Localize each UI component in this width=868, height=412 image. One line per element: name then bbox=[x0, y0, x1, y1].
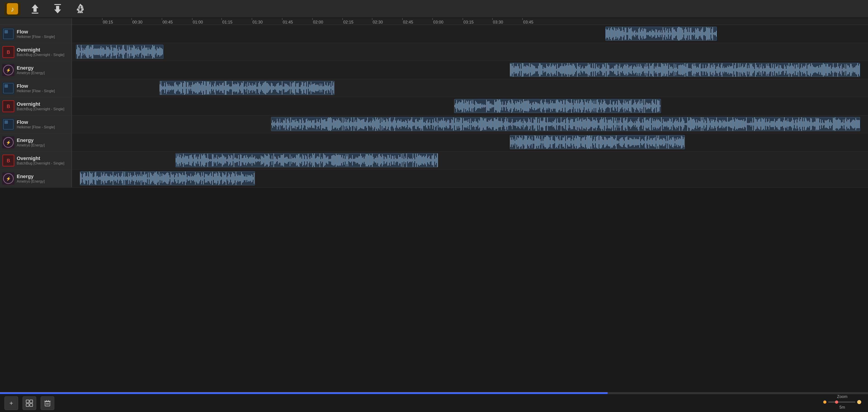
svg-rect-411 bbox=[672, 67, 673, 72]
track-content[interactable] bbox=[72, 61, 868, 79]
svg-rect-2349 bbox=[222, 172, 223, 184]
track-content[interactable] bbox=[72, 97, 868, 115]
svg-rect-1085 bbox=[304, 123, 305, 125]
track-content[interactable] bbox=[72, 151, 868, 169]
svg-rect-1442 bbox=[627, 117, 627, 131]
svg-rect-1602 bbox=[772, 121, 772, 127]
svg-rect-2004 bbox=[271, 159, 271, 161]
svg-rect-1908 bbox=[184, 157, 184, 163]
svg-rect-615 bbox=[857, 65, 857, 74]
svg-rect-1173 bbox=[383, 120, 384, 128]
audio-clip[interactable] bbox=[271, 117, 860, 131]
zoom-handle[interactable] bbox=[835, 401, 838, 404]
track-content[interactable] bbox=[72, 25, 868, 43]
svg-rect-1392 bbox=[582, 122, 582, 127]
audio-clip[interactable] bbox=[510, 63, 860, 77]
svg-rect-1617 bbox=[785, 121, 785, 127]
svg-rect-795 bbox=[316, 85, 317, 91]
audio-clip[interactable] bbox=[80, 171, 255, 185]
svg-rect-2099 bbox=[357, 158, 357, 163]
svg-rect-2135 bbox=[389, 158, 390, 163]
svg-rect-2320 bbox=[196, 175, 196, 182]
svg-rect-341 bbox=[609, 65, 609, 74]
svg-rect-1859 bbox=[651, 138, 652, 146]
audio-clip[interactable] bbox=[454, 99, 661, 113]
svg-rect-324 bbox=[593, 68, 594, 71]
svg-rect-114 bbox=[703, 27, 703, 40]
svg-rect-1667 bbox=[830, 120, 831, 128]
track-content[interactable] bbox=[72, 43, 868, 61]
svg-rect-1396 bbox=[585, 119, 586, 129]
zoom-track[interactable] bbox=[828, 402, 855, 403]
svg-rect-414 bbox=[675, 68, 675, 72]
audio-clip[interactable] bbox=[159, 81, 335, 95]
svg-rect-1456 bbox=[640, 121, 640, 127]
svg-rect-1592 bbox=[763, 119, 763, 130]
audio-clip[interactable] bbox=[510, 135, 685, 149]
svg-rect-2211 bbox=[97, 176, 98, 181]
svg-rect-897 bbox=[526, 101, 526, 112]
svg-rect-1304 bbox=[502, 121, 502, 127]
svg-rect-757 bbox=[282, 82, 282, 94]
svg-rect-30 bbox=[627, 33, 627, 35]
svg-rect-410 bbox=[671, 66, 672, 73]
delete-button[interactable] bbox=[41, 397, 54, 410]
svg-rect-1123 bbox=[338, 118, 339, 130]
svg-rect-1339 bbox=[534, 119, 534, 129]
svg-rect-2182 bbox=[432, 156, 432, 165]
svg-rect-642 bbox=[178, 86, 178, 90]
svg-rect-2326 bbox=[202, 172, 202, 184]
svg-rect-1166 bbox=[377, 118, 378, 130]
svg-rect-782 bbox=[305, 83, 305, 93]
download-button[interactable] bbox=[50, 2, 66, 15]
track-content[interactable] bbox=[72, 169, 868, 187]
layers-button[interactable] bbox=[23, 397, 36, 410]
svg-rect-1978 bbox=[247, 157, 248, 164]
svg-rect-2374 bbox=[245, 177, 245, 180]
ruler-track[interactable]: 00:1500:3000:4501:0001:1501:3001:4502:00… bbox=[72, 18, 868, 25]
svg-rect-1073 bbox=[293, 120, 293, 128]
track-content[interactable] bbox=[72, 115, 868, 133]
progress-bar-container[interactable] bbox=[0, 392, 868, 394]
svg-rect-1447 bbox=[631, 121, 632, 127]
track-content[interactable] bbox=[72, 133, 868, 151]
add-track-button[interactable]: + bbox=[4, 397, 18, 410]
svg-rect-2369 bbox=[240, 176, 241, 181]
svg-rect-2379 bbox=[249, 175, 250, 182]
svg-rect-2127 bbox=[382, 154, 382, 166]
music-icon[interactable]: ♪ bbox=[4, 2, 20, 15]
svg-rect-129 bbox=[716, 31, 717, 37]
svg-rect-1051 bbox=[273, 122, 274, 126]
svg-rect-1903 bbox=[180, 157, 180, 163]
track-content[interactable] bbox=[72, 79, 868, 97]
svg-rect-1816 bbox=[612, 137, 613, 148]
recycle-button[interactable] bbox=[72, 2, 88, 15]
svg-rect-1446 bbox=[630, 119, 631, 129]
audio-clip[interactable] bbox=[76, 45, 163, 59]
svg-rect-2065 bbox=[326, 158, 327, 163]
svg-rect-1185 bbox=[395, 117, 395, 131]
track-thumbnail bbox=[2, 118, 14, 130]
svg-rect-77 bbox=[669, 29, 670, 39]
svg-rect-264 bbox=[539, 63, 539, 76]
svg-rect-1861 bbox=[653, 138, 653, 146]
svg-rect-1572 bbox=[744, 121, 745, 127]
svg-rect-1811 bbox=[608, 138, 608, 146]
svg-rect-1498 bbox=[677, 120, 678, 128]
svg-rect-417 bbox=[677, 69, 678, 71]
svg-rect-1837 bbox=[631, 138, 632, 146]
svg-rect-1074 bbox=[294, 120, 294, 128]
svg-rect-2165 bbox=[416, 157, 417, 163]
svg-rect-1676 bbox=[838, 119, 839, 130]
track-info: EnergyAmetryo [Energy] bbox=[17, 173, 45, 184]
zoom-slider[interactable] bbox=[823, 400, 861, 404]
audio-clip[interactable] bbox=[176, 153, 438, 167]
upload-button[interactable] bbox=[27, 2, 43, 15]
svg-rect-1397 bbox=[586, 121, 587, 127]
svg-rect-570 bbox=[816, 67, 816, 73]
svg-rect-1353 bbox=[546, 123, 547, 126]
svg-rect-1952 bbox=[224, 156, 224, 164]
svg-rect-1291 bbox=[490, 120, 491, 129]
audio-clip[interactable] bbox=[605, 27, 717, 41]
svg-rect-562 bbox=[809, 64, 809, 75]
